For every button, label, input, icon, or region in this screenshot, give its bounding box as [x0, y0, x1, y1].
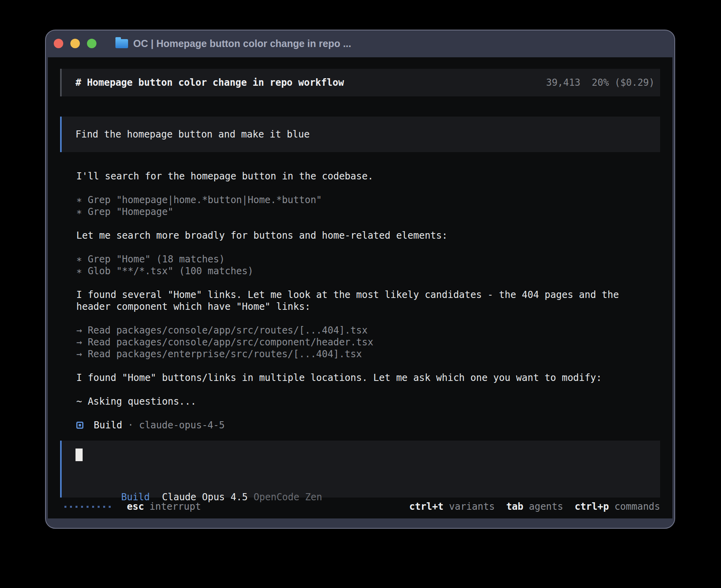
session-header: # Homepage button color change in repo w…: [60, 69, 660, 96]
assistant-text-line: Let me search more broadly for buttons a…: [76, 230, 660, 241]
session-title: # Homepage button color change in repo w…: [75, 77, 344, 89]
tool-call-line: ∗ Grep "Homepage": [76, 206, 660, 218]
hint-key: ctrl+p: [575, 501, 609, 512]
assistant-text-line: I found several "Home" links. Let me loo…: [76, 289, 660, 301]
minimize-button[interactable]: [70, 39, 80, 48]
assistant-text-line: I'll search for the homepage button in t…: [76, 170, 660, 182]
hint-label: commands: [614, 501, 660, 512]
zoom-button[interactable]: [87, 39, 96, 48]
assistant-status: ~ Asking questions...: [76, 396, 660, 407]
hint-label: agents: [529, 501, 563, 512]
keyboard-hint: ctrl+tvariants: [409, 501, 495, 513]
tool-call-line: ∗ Glob "**/*.tsx" (100 matches): [76, 265, 660, 277]
tool-call-group: → Read packages/console/app/src/routes/[…: [76, 324, 660, 360]
terminal-window: OC | Homepage button color change in rep…: [45, 30, 675, 529]
assistant-transcript: I'll search for the homepage button in t…: [76, 170, 660, 407]
folder-icon: [115, 39, 128, 48]
traffic-lights: [54, 39, 104, 48]
tool-call-line: → Read packages/console/app/src/routes/[…: [76, 324, 660, 336]
close-button[interactable]: [54, 39, 63, 48]
input-model-label: Claude Opus 4.5: [162, 492, 248, 503]
agent-model: claude-opus-4-5: [139, 419, 225, 431]
keyboard-hint: tabagents: [506, 501, 563, 513]
assistant-paragraph: Let me search more broadly for buttons a…: [76, 230, 660, 241]
keyboard-hint: ctrl+pcommands: [575, 501, 660, 513]
build-badge-icon: [76, 422, 83, 429]
user-message: Find the homepage button and make it blu…: [60, 117, 660, 152]
hint-key: ctrl+t: [409, 501, 444, 512]
assistant-paragraph: I'll search for the homepage button in t…: [76, 170, 660, 182]
assistant-status-line: ~ Asking questions...: [76, 396, 660, 407]
agent-separator: ·: [128, 419, 133, 431]
agent-name: Build: [94, 419, 122, 431]
tool-call-line: ∗ Grep "homepage|home.*button|Home.*butt…: [76, 194, 660, 206]
prompt-input[interactable]: BuildClaude Opus 4.5OpenCode Zen: [60, 441, 660, 498]
titlebar: OC | Homepage button color change in rep…: [46, 30, 674, 57]
input-agent-label: Build: [121, 492, 150, 503]
window-title: OC | Homepage button color change in rep…: [133, 38, 351, 49]
text-cursor: [75, 449, 83, 461]
assistant-text-line: I found "Home" buttons/links in multiple…: [76, 372, 660, 384]
tool-call-line: → Read packages/enterprise/src/routes/[.…: [76, 348, 660, 360]
status-right: ctrl+tvariants tabagents ctrl+pcommands: [409, 501, 660, 513]
hint-key: tab: [506, 501, 523, 512]
session-stats: 39,413 20% ($0.29): [546, 77, 655, 89]
input-meta: BuildClaude Opus 4.5OpenCode Zen: [75, 479, 322, 491]
agent-status-row: Build · claude-opus-4-5: [76, 419, 660, 431]
tool-call-line: ∗ Grep "Home" (18 matches): [76, 253, 660, 265]
terminal-content: # Homepage button color change in repo w…: [48, 57, 672, 518]
assistant-paragraph: I found several "Home" links. Let me loo…: [76, 289, 660, 313]
assistant-text-line: header component which have "Home" links…: [76, 301, 660, 313]
user-message-text: Find the homepage button and make it blu…: [75, 128, 310, 140]
tool-call-group: ∗ Grep "homepage|home.*button|Home.*butt…: [76, 194, 660, 218]
tool-call-group: ∗ Grep "Home" (18 matches) ∗ Glob "**/*.…: [76, 253, 660, 277]
input-provider-label: OpenCode Zen: [254, 492, 322, 503]
assistant-paragraph: I found "Home" buttons/links in multiple…: [76, 372, 660, 384]
tool-call-line: → Read packages/console/app/src/componen…: [76, 336, 660, 348]
hint-label: variants: [449, 501, 495, 512]
